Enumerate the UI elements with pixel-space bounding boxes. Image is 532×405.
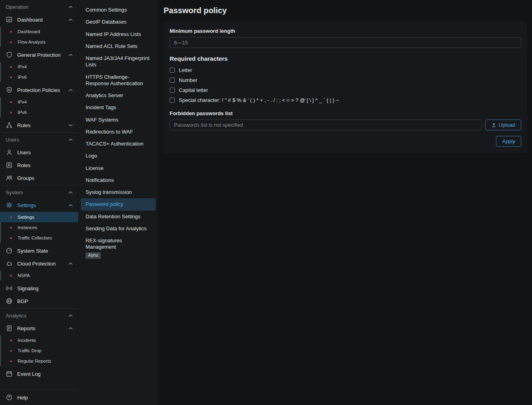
sidebar-item-dashboard[interactable]: Dashboard [0, 13, 78, 26]
sidebar-item-reports[interactable]: Reports [0, 322, 78, 335]
apply-button[interactable]: Apply [496, 136, 521, 147]
submenu-item-analytics-server[interactable]: Analytics Server [81, 90, 156, 102]
apply-row: Apply [170, 136, 521, 147]
chevron-up-icon [68, 89, 73, 92]
section-header-operation[interactable]: Operation [0, 0, 78, 13]
submenu-item-logo[interactable]: Logo [81, 150, 156, 162]
sidebar-item-users[interactable]: Users [0, 146, 78, 159]
protection-icon [6, 51, 13, 58]
password-policy-card: Minimum password length Required charact… [164, 22, 527, 153]
sidebar-item-general-protection[interactable]: General Protection [0, 48, 78, 61]
submenu-item-rex-signatures-management[interactable]: REX-signatures Management Alpha [81, 235, 156, 261]
section-header-system[interactable]: System [0, 186, 78, 199]
sidebar-subitem-traffic-drop[interactable]: Traffic Drop [0, 345, 78, 356]
submenu-item-label: REX-signatures Management [86, 237, 122, 250]
sidebar-item-settings[interactable]: Settings [0, 199, 78, 211]
submenu-item-data-retention-settings[interactable]: Data Retention Settings [81, 211, 156, 223]
checkbox-label: Capital letter [179, 87, 208, 93]
checkbox-row-letter[interactable]: Letter [170, 65, 521, 75]
cloud-protection-children: NSPA [0, 270, 78, 282]
roles-icon [6, 162, 13, 169]
app-root: Operation Dashboard Dashboard Flow Analy… [0, 0, 532, 405]
submenu-item-syslog-transmission[interactable]: Syslog transmission [81, 186, 156, 198]
sidebar-subitem-flow-analysis[interactable]: Flow Analysis [0, 37, 78, 47]
sidebar-subitem-incidents[interactable]: Incidents [0, 335, 78, 345]
sidebar-item-event-log[interactable]: Event Log [0, 367, 78, 380]
chevron-up-icon [68, 204, 73, 207]
checkbox-label: Letter [179, 67, 192, 73]
section-header-users[interactable]: Users [0, 133, 78, 146]
sidebar-item-protection-policies[interactable]: Protection Policies [0, 84, 78, 96]
sidebar-subitem-settings[interactable]: Settings [0, 212, 78, 222]
chevron-up-icon [68, 18, 73, 21]
submenu-item-tacacs-authentication[interactable]: TACACS+ Authentication [81, 138, 156, 150]
main-content: Password policy Minimum password length … [158, 0, 532, 405]
required-characters-heading: Required characters [170, 55, 521, 62]
forbidden-passwords-input[interactable] [170, 120, 482, 130]
apply-button-label: Apply [502, 138, 515, 144]
sidebar-subitem-ipv4[interactable]: IPv4 [0, 97, 78, 107]
sidebar-subitem-nspa[interactable]: NSPA [0, 270, 78, 281]
min-length-input[interactable] [170, 37, 521, 48]
checkbox-row-capital-letter[interactable]: Capital letter [170, 85, 521, 95]
submenu-item-incident-tags[interactable]: Incident Tags [81, 102, 156, 114]
submenu-item-named-ja3-ja4-fingerprint-lists[interactable]: Named JA3/JA4 Fingerprint Lists [81, 52, 156, 71]
submenu-item-redirections-to-waf[interactable]: Redirections to WAF [81, 126, 156, 138]
submenu-item-geoip-databases[interactable]: GeoIP Databases [81, 16, 156, 28]
globe-icon [6, 297, 13, 305]
chevron-up-icon [68, 262, 73, 265]
submenu-item-license[interactable]: License [81, 162, 156, 174]
submenu-item-named-acl-rule-sets[interactable]: Named ACL Rule Sets [81, 40, 156, 52]
sidebar-item-bgp[interactable]: BGP [0, 295, 78, 307]
chevron-up-icon [68, 6, 73, 8]
checkbox-label: Number [179, 77, 197, 83]
special-character-checkbox[interactable] [170, 98, 175, 103]
letter-checkbox[interactable] [170, 68, 175, 73]
checkbox-row-number[interactable]: Number [170, 75, 521, 85]
general-protection-children: IPv4 IPv6 [0, 61, 78, 84]
signal-icon [6, 285, 13, 292]
user-icon [6, 149, 13, 156]
sidebar-subitem-ipv6[interactable]: IPv6 [0, 72, 78, 82]
calendar-icon [6, 370, 13, 377]
chevron-down-icon [68, 124, 73, 127]
submenu-item-notifications[interactable]: Notifications [81, 174, 156, 186]
sidebar-item-help[interactable]: Help [0, 390, 78, 405]
sidebar: Operation Dashboard Dashboard Flow Analy… [0, 0, 79, 405]
protection-policies-children: IPv4 IPv6 [0, 96, 78, 119]
sidebar-subitem-instances[interactable]: Instances [0, 222, 78, 233]
sidebar-item-system-state[interactable]: System State [0, 244, 78, 257]
chevron-up-icon [68, 314, 73, 317]
sidebar-section-system: System Settings Settings Instances Traff… [0, 185, 78, 308]
sidebar-item-rules[interactable]: Rules [0, 119, 78, 132]
submenu-item-sending-data-for-analytics[interactable]: Sending Data for Analytics [81, 223, 156, 235]
sidebar-subitem-ipv4[interactable]: IPv4 [0, 62, 78, 72]
checkbox-label: Special character: ! " # $ % & ' ( ) * +… [179, 97, 339, 103]
sidebar-subitem-traffic-collectors[interactable]: Traffic Collectors [0, 233, 78, 243]
rules-icon [6, 122, 13, 129]
submenu-item-named-ip-address-lists[interactable]: Named IP Address Lists [81, 28, 156, 40]
sidebar-item-signaling[interactable]: Signaling [0, 282, 78, 295]
cloud-icon [6, 260, 13, 267]
submenu-item-password-policy[interactable]: Password policy [81, 198, 156, 210]
submenu-item-common-settings[interactable]: Common Settings [81, 4, 156, 16]
submenu-item-waf-systems[interactable]: WAF Systems [81, 114, 156, 126]
submenu-item-https-challenge-response-authentication[interactable]: HTTPS Challenge-Response Authentication [81, 71, 156, 90]
sidebar-section-analytics: Analytics Reports Incidents Traffic Drop… [0, 308, 78, 381]
checkbox-row-special-character[interactable]: Special character: ! " # $ % & ' ( ) * +… [170, 95, 521, 105]
sidebar-subitem-ipv6[interactable]: IPv6 [0, 107, 78, 118]
policies-icon [6, 86, 13, 94]
reports-children: Incidents Traffic Drop Regular Reports [0, 335, 78, 367]
upload-button[interactable]: Upload [485, 120, 521, 130]
sidebar-item-roles[interactable]: Roles [0, 159, 78, 172]
sidebar-subitem-dashboard[interactable]: Dashboard [0, 26, 78, 37]
chevron-up-icon [68, 138, 73, 141]
dashboard-children: Dashboard Flow Analysis [0, 26, 78, 48]
sidebar-item-cloud-protection[interactable]: Cloud Protection [0, 257, 78, 270]
sidebar-item-groups[interactable]: Groups [0, 172, 78, 184]
capital-letter-checkbox[interactable] [170, 88, 175, 93]
section-title: Operation [6, 4, 28, 10]
sidebar-subitem-regular-reports[interactable]: Regular Reports [0, 356, 78, 366]
number-checkbox[interactable] [170, 78, 175, 83]
section-header-analytics[interactable]: Analytics [0, 309, 78, 322]
